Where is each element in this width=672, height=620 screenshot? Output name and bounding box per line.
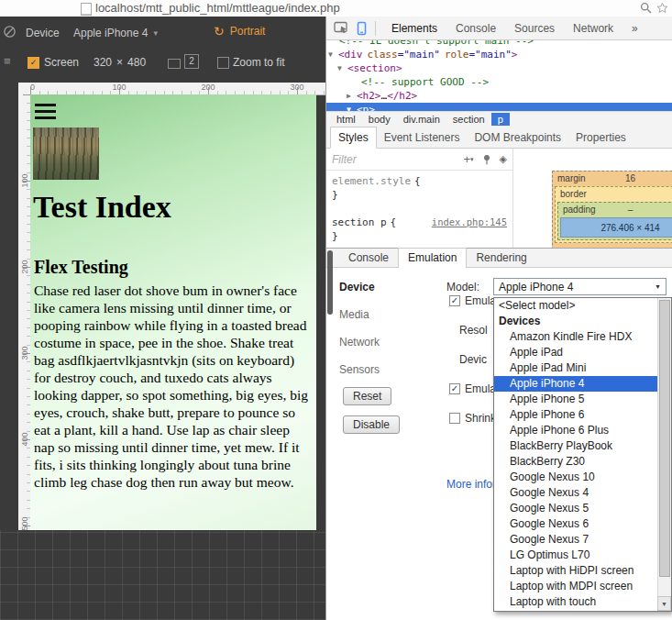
emulation-nav-item[interactable]: Media bbox=[326, 301, 435, 328]
emulation-nav-item[interactable]: Device bbox=[326, 273, 435, 301]
devtools-tab[interactable]: Network bbox=[564, 17, 622, 39]
model-option[interactable]: Apple iPhone 5 bbox=[494, 392, 657, 407]
breadcrumb-item[interactable]: div.main bbox=[397, 113, 446, 126]
expand-arrow-icon[interactable]: ▼ bbox=[328, 48, 338, 61]
model-select[interactable]: Apple iPhone 4 ▼ bbox=[493, 278, 666, 295]
reset-button[interactable]: Reset bbox=[343, 387, 391, 405]
model-option[interactable]: Apple iPad Mini bbox=[494, 360, 657, 376]
model-option[interactable]: BlackBerry PlayBook bbox=[494, 438, 657, 454]
model-option[interactable]: BlackBerry Z30 bbox=[494, 454, 657, 470]
screen-label: Screen bbox=[44, 56, 79, 69]
breadcrumb-item[interactable]: body bbox=[362, 113, 397, 126]
expand-arrow-icon[interactable]: ▶ bbox=[347, 89, 357, 103]
padding-top-value[interactable]: – bbox=[560, 205, 672, 215]
breadcrumb-item[interactable]: html bbox=[330, 113, 362, 126]
model-option[interactable]: Laptop with MDPI screen bbox=[494, 579, 657, 594]
margin-top-value[interactable]: 16 bbox=[555, 173, 672, 183]
drawer-tab[interactable]: Console bbox=[339, 249, 398, 267]
tree-div-node[interactable]: ▼<divclass="main"role="main"> bbox=[326, 48, 672, 61]
breadcrumb-item[interactable]: section bbox=[446, 113, 491, 126]
model-option[interactable]: <Select model> bbox=[494, 298, 657, 314]
emulate-viewport-checkbox[interactable] bbox=[449, 383, 460, 394]
screen-height-field[interactable]: 480 bbox=[127, 56, 146, 69]
inspect-element-icon[interactable] bbox=[334, 21, 349, 35]
device-mode-icon[interactable] bbox=[355, 21, 369, 36]
sidebar-tab[interactable]: Properties bbox=[568, 127, 633, 148]
tree-section-node[interactable]: ▼<section> bbox=[326, 61, 672, 75]
pin-icon[interactable] bbox=[482, 154, 491, 165]
model-select-value: Apple iPhone 4 bbox=[499, 281, 573, 293]
screen-size: 320 × 480 bbox=[94, 56, 146, 69]
border-box[interactable]: border padding– 276.406 × 414 bbox=[555, 186, 672, 243]
device-model-dropdown[interactable]: Apple iPhone 4 ▾ bbox=[73, 24, 176, 42]
more-info-link[interactable]: More infor bbox=[446, 478, 496, 491]
dropdown-scrollbar[interactable]: ▼ bbox=[657, 298, 671, 611]
model-option[interactable]: Apple iPhone 4 bbox=[494, 376, 657, 392]
drawer-grip[interactable] bbox=[327, 250, 333, 315]
emulation-nav-item[interactable]: Network bbox=[326, 328, 435, 356]
expand-arrow-icon[interactable]: ▼ bbox=[337, 61, 347, 75]
new-style-rule-icon[interactable]: +▾ bbox=[463, 153, 473, 165]
sidebar-tab[interactable]: DOM Breakpoints bbox=[467, 127, 568, 148]
screen-checkbox[interactable] bbox=[28, 57, 39, 69]
tree-comment-node[interactable]: <!-- support GOOD --> bbox=[326, 75, 672, 89]
ruler-label: 300 bbox=[20, 346, 29, 360]
sidebar-tab[interactable]: Styles bbox=[330, 127, 377, 149]
model-option[interactable]: Apple iPad bbox=[494, 345, 657, 360]
scroll-down-button[interactable]: ▼ bbox=[657, 596, 671, 611]
disable-emulation-icon[interactable] bbox=[3, 25, 17, 41]
model-option[interactable]: Google Nexus 10 bbox=[494, 470, 657, 485]
model-option[interactable]: Google Nexus 5 bbox=[494, 501, 657, 516]
disable-button[interactable]: Disable bbox=[343, 415, 400, 434]
bookmark-star-icon[interactable] bbox=[656, 2, 668, 14]
elements-tree[interactable]: <!-- IE doesn't support main --> ▼<divcl… bbox=[326, 40, 672, 111]
model-option[interactable]: LG Optimus L70 bbox=[494, 548, 657, 563]
browser-address-bar[interactable]: localhost/mtt_public_html/mttleague/inde… bbox=[0, 0, 672, 17]
devtools-tab[interactable]: » bbox=[622, 17, 647, 39]
devtools-tab[interactable]: Console bbox=[446, 17, 505, 39]
tree-comment-node[interactable]: <!-- IE doesn't support main --> bbox=[326, 40, 672, 48]
chevron-down-icon: ▾ bbox=[153, 28, 158, 38]
style-source-link[interactable]: index.php:145 bbox=[432, 216, 507, 229]
element-style-rule[interactable]: element.style{ bbox=[332, 174, 507, 188]
margin-box[interactable]: margin16 border padding– 276.406 × 414 bbox=[552, 171, 672, 248]
content-box[interactable]: 276.406 × 414 bbox=[560, 217, 672, 238]
padding-box[interactable]: padding– 276.406 × 414 bbox=[557, 202, 672, 240]
sidebar-tab[interactable]: Event Listeners bbox=[377, 127, 468, 148]
styles-filter-input[interactable]: Filter bbox=[332, 153, 357, 166]
devtools-tab[interactable]: Sources bbox=[505, 17, 564, 39]
model-option[interactable]: Devices bbox=[494, 314, 657, 329]
expand-arrow-icon[interactable]: ▼ bbox=[347, 103, 357, 111]
model-label: Model: bbox=[446, 281, 479, 293]
tree-p-node-selected[interactable]: ▼<p> bbox=[326, 103, 672, 111]
model-option[interactable]: Laptop with touch bbox=[494, 594, 657, 610]
section-p-rule[interactable]: section p{index.php:145 bbox=[332, 216, 507, 229]
breadcrumb-item[interactable]: p bbox=[491, 113, 510, 126]
model-option[interactable]: Laptop with HiDPI screen bbox=[494, 563, 657, 579]
address-url[interactable]: localhost/mtt_public_html/mttleague/inde… bbox=[95, 1, 340, 15]
device-pixel-ratio-field[interactable]: 2 bbox=[184, 54, 199, 69]
drawer-tab[interactable]: Emulation bbox=[398, 248, 467, 268]
model-option[interactable]: Apple iPhone 6 Plus bbox=[494, 423, 657, 438]
screen-width-field[interactable]: 320 bbox=[94, 56, 112, 69]
model-option[interactable]: Google Nexus 6 bbox=[494, 516, 657, 532]
model-option[interactable]: Amazon Kindle Fire HDX bbox=[494, 329, 657, 345]
hamburger-menu-icon[interactable] bbox=[35, 104, 56, 123]
tree-h2-node[interactable]: ▶<h2>…</h2> bbox=[326, 89, 672, 103]
orientation-toggle[interactable]: ↻ Portrait bbox=[214, 25, 265, 38]
shrink-to-fit-label: Shrink bbox=[465, 412, 496, 425]
model-option[interactable]: Apple iPhone 6 bbox=[494, 407, 657, 423]
search-icon[interactable] bbox=[640, 2, 652, 14]
computed-style-icon[interactable]: ◈ bbox=[500, 153, 507, 165]
media-queries-icon[interactable]: ≡ bbox=[4, 55, 11, 67]
shrink-to-fit-checkbox[interactable] bbox=[449, 413, 460, 424]
model-option[interactable]: Google Nexus 7 bbox=[494, 532, 657, 548]
styles-rules: element.style{ } section p{index.php:145… bbox=[326, 171, 512, 248]
devtools-tab[interactable]: Elements bbox=[382, 17, 446, 39]
zoom-to-fit-checkbox[interactable] bbox=[217, 57, 229, 69]
emulation-nav-item[interactable]: Sensors bbox=[326, 356, 435, 383]
emulate-checkbox[interactable] bbox=[449, 295, 460, 306]
drawer-tab[interactable]: Rendering bbox=[467, 249, 535, 267]
model-option[interactable]: Google Nexus 4 bbox=[494, 485, 657, 501]
scrollbar-thumb[interactable] bbox=[659, 300, 670, 577]
